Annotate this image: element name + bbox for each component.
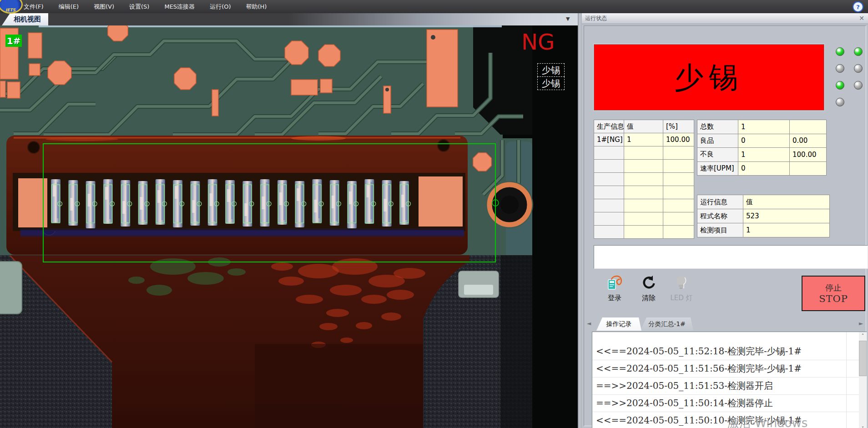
table-row [594, 212, 694, 226]
cell [790, 161, 827, 176]
col-header: 值 [624, 120, 663, 133]
table-row: 良品 0 0.00 [697, 134, 827, 148]
table-row: 总数 1 [697, 120, 827, 134]
defect-tag: 少锡 [537, 76, 565, 90]
table-header-row: 生产信息 值 [%] [594, 120, 694, 133]
tab-operation-log[interactable]: 操作记录 [596, 317, 641, 331]
tab-scroll-left-icon[interactable]: ◄ [587, 320, 591, 327]
cell: 总数 [697, 120, 738, 134]
run-status-panel: 运行状态 ✕ 少锡 生产信息 值 [%] 1#[NG] 1 100.00 [582, 13, 868, 428]
table-row [594, 186, 694, 199]
table-row [594, 226, 694, 239]
table-row [594, 199, 694, 212]
cell: 不良 [697, 148, 738, 162]
col-header: 生产信息 [594, 120, 624, 133]
menu-bar: JETS 文件(F) 编辑(E) 视图(V) 设置(S) MES连接器 运行(O… [0, 0, 868, 13]
cell: 1 [624, 133, 663, 146]
cell: 检测项目 [697, 223, 743, 237]
col-header: [%] [663, 120, 694, 133]
indicator-light [836, 64, 844, 73]
indicator-light [836, 47, 844, 56]
stop-label-cn: 停止 [825, 282, 842, 293]
panel-title-bar: 运行状态 ✕ [582, 13, 868, 24]
menu-help[interactable]: 帮助(H) [246, 3, 267, 11]
table-row: 检测项目 1 [697, 223, 830, 237]
log-tab-strip: ◄ 操作记录 分类汇总-1# ► [584, 317, 868, 331]
application-window: JETS 文件(F) 编辑(E) 视图(V) 设置(S) MES连接器 运行(O… [0, 0, 868, 428]
menu-view[interactable]: 视图(V) [94, 3, 114, 11]
inspection-result-label: NG [521, 29, 555, 55]
help-icon[interactable]: ? [853, 1, 863, 12]
cell: 100.00 [663, 133, 694, 146]
login-button[interactable]: 登录 [601, 275, 628, 302]
pcb-inspection-image [0, 25, 578, 428]
led-bulb-icon [671, 275, 691, 291]
tab-category-summary[interactable]: 分类汇总-1# [641, 317, 693, 331]
camera-view: 1# NG 少锡 少锡 [0, 25, 578, 428]
log-entry: <<==2024-05-05_11:51:56-检测完毕-少锡-1# [592, 360, 859, 378]
cell: 良品 [697, 134, 738, 148]
scroll-up-icon[interactable]: ˄ [859, 332, 867, 340]
defect-tag: 少锡 [537, 63, 565, 77]
tab-scroll-right-icon[interactable]: ► [859, 320, 863, 327]
cell: 0 [738, 161, 790, 176]
cell: 1 [738, 120, 790, 134]
operation-log-panel: <<==2024-05-05_11:52:18-检测完毕-少锡-1# <<==2… [592, 332, 867, 428]
indicator-light [854, 47, 863, 56]
run-info-table: 运行信息 值 程式名称 523 检测项目 1 [697, 195, 830, 237]
login-label: 登录 [601, 294, 628, 302]
cell: 100.00 [790, 148, 827, 162]
menu-run[interactable]: 运行(O) [210, 3, 231, 11]
indicator-light [854, 81, 863, 90]
stop-label-en: STOP [819, 293, 848, 304]
tab-camera-view[interactable]: 相机视图 [2, 13, 48, 25]
table-row [594, 160, 694, 173]
panel-divider[interactable] [578, 13, 582, 428]
cell [790, 120, 827, 134]
stop-button[interactable]: 停止 STOP [802, 276, 865, 311]
menu-edit[interactable]: 编辑(E) [59, 3, 79, 11]
menu-settings[interactable]: 设置(S) [129, 3, 149, 11]
chevron-down-icon[interactable]: ▼ [566, 16, 570, 22]
badge-icon [605, 275, 625, 291]
panel-title: 运行状态 [585, 15, 607, 22]
table-header-row: 运行信息 值 [697, 195, 830, 209]
defect-tag-list: 少锡 少锡 [537, 64, 565, 90]
indicator-light [854, 64, 863, 73]
message-box[interactable] [594, 245, 868, 269]
cell: 1 [743, 223, 830, 237]
table-row: 程式名称 523 [697, 209, 830, 223]
log-entry: <<==2024-05-05_11:52:18-检测完毕-少锡-1# [592, 343, 859, 360]
cell: 1 [738, 148, 790, 162]
log-list: <<==2024-05-05_11:52:18-检测完毕-少锡-1# <<==2… [592, 332, 859, 428]
vertical-scroll-thumb[interactable] [859, 341, 867, 376]
cell: 0.00 [790, 134, 827, 148]
cell: 程式名称 [697, 209, 743, 223]
table-row: 1#[NG] 1 100.00 [594, 133, 694, 146]
led-light-button[interactable]: LED 灯 [668, 275, 695, 302]
menu-file[interactable]: 文件(F) [24, 3, 44, 11]
table-row [594, 146, 694, 160]
indicator-light [836, 81, 844, 90]
vertical-scrollbar[interactable]: ˄ ˅ [859, 332, 867, 428]
clear-button[interactable]: 清除 [636, 275, 662, 302]
clear-icon [639, 275, 659, 291]
panel-content: 少锡 生产信息 值 [%] 1#[NG] 1 100.00 [584, 25, 866, 426]
cell: 523 [743, 209, 830, 223]
indicator-light [836, 98, 844, 106]
scroll-down-icon[interactable]: ˅ [859, 425, 867, 428]
menu-mes-connector[interactable]: MES连接器 [164, 3, 195, 11]
defect-banner: 少锡 [594, 44, 824, 111]
camera-tab-bar: 相机视图 ▼ [0, 13, 578, 25]
col-header: 运行信息 [697, 195, 743, 209]
col-header: 值 [743, 195, 830, 209]
app-logo-icon: JETS [0, 0, 23, 14]
log-column-divider [846, 332, 847, 428]
table-row: 不良 1 100.00 [697, 148, 827, 162]
table-row [594, 173, 694, 186]
production-info-table: 生产信息 值 [%] 1#[NG] 1 100.00 [594, 120, 694, 239]
camera-id-badge: 1# [5, 35, 22, 47]
log-entry: ==>>2024-05-05_11:51:53-检测器开启 [592, 378, 859, 395]
cell: 0 [738, 134, 790, 148]
close-icon[interactable]: ✕ [859, 15, 864, 22]
